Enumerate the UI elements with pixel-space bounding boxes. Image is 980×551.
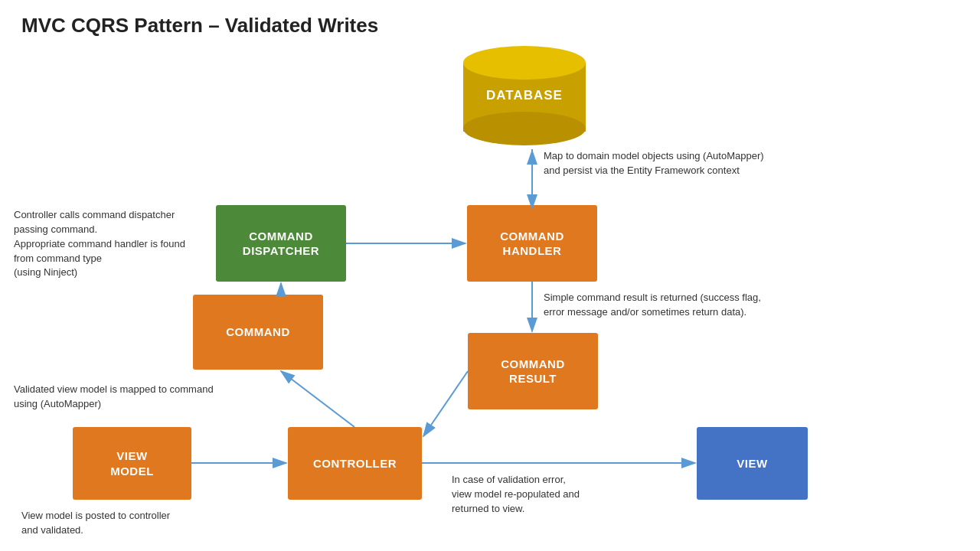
db-annotation: Map to domain model objects using (AutoM… xyxy=(544,149,764,178)
page-title: MVC CQRS Pattern – Validated Writes xyxy=(21,14,378,37)
command-result-box: COMMANDRESULT xyxy=(468,333,598,409)
validation-annotation: In case of validation error,view model r… xyxy=(452,473,580,517)
view-model-box: VIEWMODEL xyxy=(73,427,191,500)
view-box: VIEW xyxy=(697,427,808,500)
command-handler-box: COMMANDHANDLER xyxy=(467,205,597,282)
svg-line-10 xyxy=(281,371,354,427)
controller-box: CONTROLLER xyxy=(288,427,422,500)
view-model-annotation: Validated view model is mapped to comman… xyxy=(14,383,214,412)
command-dispatcher-box: COMMANDDISPATCHER xyxy=(216,205,346,282)
svg-line-7 xyxy=(423,371,468,436)
dispatcher-annotation: Controller calls command dispatcherpassi… xyxy=(14,208,185,280)
database-box: DATABASE xyxy=(459,42,590,149)
command-result-annotation: Simple command result is returned (succe… xyxy=(544,291,761,320)
post-annotation: View model is posted to controllerand va… xyxy=(21,509,170,538)
command-box: COMMAND xyxy=(193,295,323,370)
database-label: DATABASE xyxy=(486,88,563,103)
